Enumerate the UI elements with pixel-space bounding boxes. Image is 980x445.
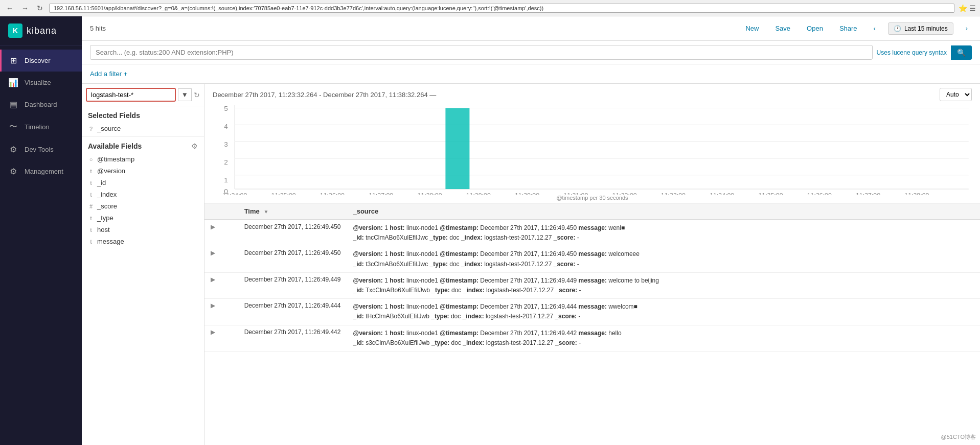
svg-text:11:32:00: 11:32:00 <box>612 192 637 195</box>
interval-select[interactable]: Auto <box>940 88 972 101</box>
available-field-item[interactable]: t_type <box>82 212 204 224</box>
sidebar-label-dashboard: Dashboard <box>25 101 57 108</box>
field-val: - <box>579 339 581 346</box>
field-key: _id: <box>353 261 363 268</box>
field-val: wenl■ <box>608 224 625 231</box>
source-col-header: _source <box>347 203 980 220</box>
timelion-icon: 〜 <box>8 122 18 132</box>
field-key: _index: <box>463 339 484 346</box>
available-field-item[interactable]: thost <box>82 224 204 236</box>
save-button[interactable]: Save <box>771 22 794 34</box>
table-row: ▶ December 27th 2017, 11:26:49.442 @vers… <box>204 325 980 351</box>
histogram-chart: 5 4 3 2 1 0 <box>213 105 972 195</box>
field-key: _score: <box>555 339 577 346</box>
open-button[interactable]: Open <box>803 22 827 34</box>
time-col-header[interactable]: Time ▼ <box>238 203 347 220</box>
field-type-badge: t <box>88 215 94 221</box>
sidebar-item-dashboard[interactable]: ▤ Dashboard <box>0 93 82 115</box>
svg-text:11:33:00: 11:33:00 <box>661 192 686 195</box>
svg-text:11:26:00: 11:26:00 <box>320 192 345 195</box>
svg-text:3: 3 <box>224 141 228 148</box>
sidebar-item-devtools[interactable]: ⚙ Dev Tools <box>0 138 82 160</box>
sidebar-nav: ⊞ Discover 📊 Visualize ▤ Dashboard 〜 Tim… <box>0 45 82 445</box>
field-key: @timestamp: <box>440 330 478 337</box>
fields-gear-button[interactable]: ⚙ <box>191 142 198 150</box>
selected-field-source[interactable]: ? _source <box>82 123 204 134</box>
available-field-item[interactable]: t@version <box>82 165 204 177</box>
reload-button[interactable]: ↻ <box>35 3 45 13</box>
field-val: logstash-test-2017.12.27 <box>484 261 552 268</box>
field-val: tHcClmABo6XulEfiIJwb <box>366 313 429 320</box>
svg-text:5: 5 <box>224 105 228 112</box>
field-val: linux-node1 <box>406 330 438 337</box>
svg-text:11:28:00: 11:28:00 <box>417 192 442 195</box>
content-area: logstash-test-* ▼ ↻ Selected Fields ? _s… <box>82 84 980 445</box>
svg-text:11:34:00: 11:34:00 <box>710 192 735 195</box>
next-time-button[interactable]: › <box>962 22 972 34</box>
field-key: host: <box>390 250 404 257</box>
field-val: December 27th 2017, 11:26:49.449 <box>480 277 577 284</box>
field-val: logstash-test-2017.12.27 <box>484 234 552 241</box>
svg-text:11:24:00: 11:24:00 <box>222 192 247 195</box>
field-key: _score: <box>556 287 578 294</box>
sidebar: K kibana ⊞ Discover 📊 Visualize ▤ Dashbo… <box>0 16 82 445</box>
field-key: _index: <box>463 313 484 320</box>
field-key: message: <box>579 224 607 231</box>
available-field-item[interactable]: t_index <box>82 189 204 200</box>
available-field-item[interactable]: #_score <box>82 200 204 212</box>
expand-row-button[interactable]: ▶ <box>211 223 215 230</box>
search-input[interactable] <box>90 45 873 60</box>
new-button[interactable]: New <box>741 22 763 34</box>
field-val: hello <box>608 330 621 337</box>
field-key: @version: <box>353 250 382 257</box>
field-val: - <box>578 313 580 320</box>
search-button[interactable]: 🔍 <box>951 45 972 60</box>
selected-fields-header: Selected Fields <box>82 106 204 123</box>
expand-col-header <box>204 203 238 220</box>
available-field-item[interactable]: t_id <box>82 177 204 189</box>
sidebar-item-discover[interactable]: ⊞ Discover <box>0 50 82 72</box>
lucene-hint[interactable]: Uses lucene query syntax <box>877 49 947 56</box>
svg-text:11:25:00: 11:25:00 <box>271 192 297 195</box>
field-key: _id: <box>353 339 363 346</box>
sidebar-item-management[interactable]: ⚙ Management <box>0 160 82 182</box>
expand-row-button[interactable]: ▶ <box>211 302 215 309</box>
source-cell: @version: 1 host: linux-node1 @timestamp… <box>347 325 980 351</box>
field-key: _type: <box>431 313 449 320</box>
time-picker-button[interactable]: 🕐 Last 15 minutes <box>888 22 953 35</box>
chart-area: December 27th 2017, 11:23:32.264 - Decem… <box>204 84 980 203</box>
field-val: doc <box>449 261 459 268</box>
svg-rect-13 <box>445 108 469 189</box>
expand-row-button[interactable]: ▶ <box>211 329 215 336</box>
refresh-fields-button[interactable]: ↻ <box>194 91 200 99</box>
sidebar-label-devtools: Dev Tools <box>25 146 54 153</box>
available-field-item[interactable]: tmessage <box>82 236 204 247</box>
forward-button[interactable]: → <box>19 3 31 13</box>
time-label: Last 15 minutes <box>904 25 948 32</box>
add-filter-button[interactable]: Add a filter + <box>90 70 127 78</box>
field-name-label: _id <box>97 179 106 186</box>
kibana-icon: K <box>8 24 22 38</box>
expand-row-button[interactable]: ▶ <box>211 276 215 283</box>
sort-icon: ▼ <box>263 209 268 215</box>
expand-row-button[interactable]: ▶ <box>211 249 215 256</box>
field-val: doc <box>451 313 461 320</box>
logo-area: K kibana <box>0 16 82 45</box>
field-key: @timestamp: <box>440 277 478 284</box>
svg-text:11:29:00: 11:29:00 <box>466 192 491 195</box>
prev-time-button[interactable]: ‹ <box>870 22 880 34</box>
index-pattern-select[interactable]: logstash-test-* <box>86 88 176 102</box>
index-dropdown-button[interactable]: ▼ <box>178 88 192 101</box>
available-field-item[interactable]: ○@timestamp <box>82 153 204 165</box>
field-val: doc <box>451 287 461 294</box>
url-bar[interactable]: 192.168.56.11:5601/app/kibana#/discover?… <box>49 4 954 13</box>
field-val: logstash-test-2017.12.27 <box>486 313 553 320</box>
sidebar-item-timelion[interactable]: 〜 Timelion <box>0 115 82 138</box>
share-button[interactable]: Share <box>835 22 861 34</box>
field-val: December 27th 2017, 11:26:49.450 <box>480 224 577 231</box>
back-button[interactable]: ← <box>4 3 15 13</box>
source-cell: @version: 1 host: linux-node1 @timestamp… <box>347 246 980 272</box>
field-val: December 27th 2017, 11:26:49.450 <box>480 250 577 257</box>
field-val: s3cClmABo6XulEfiIJwb <box>366 339 429 346</box>
sidebar-item-visualize[interactable]: 📊 Visualize <box>0 72 82 93</box>
